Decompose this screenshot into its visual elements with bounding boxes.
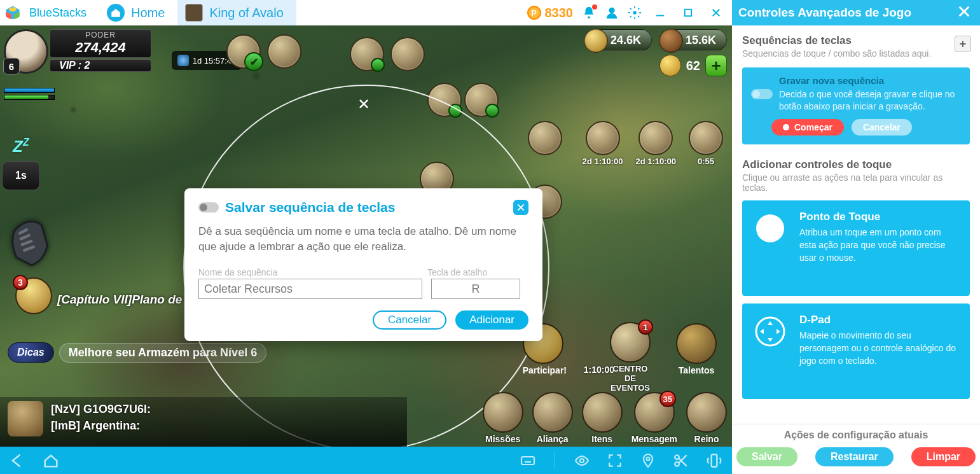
recording-close-icon[interactable]: ✕: [357, 95, 370, 113]
android-back-icon[interactable]: [8, 450, 28, 471]
gold-amount: 62: [686, 59, 700, 73]
event-icon-1[interactable]: [350, 37, 384, 71]
location-icon[interactable]: [638, 450, 658, 471]
talentos-button[interactable]: Talentos: [676, 323, 717, 375]
edict-circle-1[interactable]: [586, 121, 620, 155]
account-icon[interactable]: [605, 6, 619, 20]
dock-missoes[interactable]: Missões: [483, 392, 523, 444]
panel-header: Controles Avançados de Jogo: [732, 0, 980, 25]
edict-t2: 2d 1:10:00: [635, 157, 676, 166]
edict-timers: 2d 1:10:00 2d 1:10:00 0:55: [583, 121, 723, 166]
mensagem-badge: 35: [659, 391, 676, 407]
tab-active-game[interactable]: King of Avalo: [177, 0, 296, 25]
chat-scroll-icon: [8, 401, 43, 436]
footer-clear-button[interactable]: Limpar: [911, 447, 976, 466]
add-gold-button[interactable]: +: [705, 55, 727, 76]
resource-wood[interactable]: 15.6K: [659, 29, 727, 51]
shield-time: 1d 15:57:49: [193, 56, 237, 66]
modal-cancel-button[interactable]: Cancelar: [373, 310, 446, 330]
add-sequence-button[interactable]: +: [955, 36, 971, 52]
participar-icon: [523, 323, 563, 364]
hint-bar[interactable]: Dicas Melhore seu Armazém para Nível 6: [8, 342, 266, 363]
visibility-icon[interactable]: [572, 450, 592, 471]
gold-icon: [659, 55, 681, 76]
dpad-card[interactable]: D-Pad Mapeie o movimento do seu personag…: [742, 303, 970, 399]
svg-point-1: [609, 8, 614, 13]
window-close-button[interactable]: [707, 3, 726, 22]
event-icon-3[interactable]: [427, 83, 462, 117]
timer-circle-icon[interactable]: [267, 34, 301, 69]
record-cancel-button[interactable]: Cancelar: [852, 119, 912, 136]
shortcut-key-input[interactable]: [431, 279, 520, 299]
bluestacks-logo-icon: [0, 0, 25, 25]
footer-title: Ações de configuração atuais: [741, 429, 971, 441]
keyboard-toggle-icon[interactable]: [518, 450, 538, 471]
food-amount: 24.6K: [611, 34, 641, 47]
notifications-icon[interactable]: [582, 6, 596, 20]
centro-eventos[interactable]: 1 CENTRO DE EVENTOS: [592, 322, 668, 393]
chapter-trophy-icon[interactable]: 3: [15, 277, 52, 314]
record-start-button[interactable]: Começar: [771, 119, 844, 136]
event-icon-4[interactable]: [464, 83, 499, 117]
dock-alianca[interactable]: Aliança: [532, 392, 573, 444]
gold-row: 62 +: [659, 55, 727, 76]
record-card-desc: Decida o que você deseja gravar e clique…: [779, 88, 961, 113]
skill-cooldown-badge[interactable]: 1s: [2, 161, 40, 190]
window-minimize-button[interactable]: [651, 3, 670, 22]
sequence-name-input[interactable]: [198, 279, 422, 299]
window-maximize-button[interactable]: [679, 3, 698, 22]
participar-button[interactable]: Participar!: [523, 323, 567, 375]
svg-point-16: [647, 457, 650, 460]
record-card-title: Gravar nova sequência: [779, 75, 961, 86]
coin-balance[interactable]: P 8330: [527, 6, 574, 20]
panel-close-button[interactable]: [957, 4, 974, 21]
svg-rect-9: [521, 457, 534, 464]
gauntlet-icon[interactable]: [4, 213, 61, 270]
footer-restore-button[interactable]: Restaurar: [815, 447, 894, 466]
settings-icon[interactable]: [628, 6, 642, 20]
modal-close-button[interactable]: [513, 200, 528, 215]
tab-home[interactable]: Home: [99, 0, 177, 25]
dock-itens[interactable]: Itens: [582, 392, 623, 444]
fullscreen-icon[interactable]: [605, 450, 625, 471]
svg-point-15: [580, 459, 584, 463]
hint-pill: Dicas: [8, 342, 54, 363]
touch-point-card[interactable]: Ponto de Toque Atribua um toque em um po…: [742, 200, 970, 296]
event-icon-5[interactable]: [420, 162, 454, 196]
chat-line-1: [NzV] G1O9G7U6I:: [51, 401, 151, 417]
centro-icon: 1: [610, 322, 651, 363]
game-viewport[interactable]: 6 PODER 274,424 VIP : 2 1d 15:57:49 24.6…: [0, 25, 732, 447]
shake-icon[interactable]: [704, 450, 724, 471]
player-panel: 6 PODER 274,424 VIP : 2: [4, 29, 151, 74]
power-label: PODER: [66, 31, 135, 39]
trophy-badge: 3: [13, 275, 28, 290]
edict-circle-2[interactable]: [638, 121, 673, 155]
resource-food[interactable]: 24.6K: [584, 29, 652, 51]
chat-line-2: [lmB] Argentina:: [51, 417, 151, 434]
player-avatar[interactable]: 6: [4, 29, 48, 74]
touch-controls-title: Adicionar controles de toque: [742, 158, 970, 171]
android-home-icon[interactable]: [41, 450, 61, 471]
chapter-label[interactable]: [Capítulo VII]Plano de: [57, 293, 182, 307]
power-box[interactable]: PODER 274,424: [50, 29, 151, 58]
dock-reino[interactable]: Reino: [686, 392, 727, 444]
edict-circle-3[interactable]: [689, 121, 723, 155]
chat-strip[interactable]: [NzV] G1O9G7U6I: [lmB] Argentina:: [0, 397, 407, 447]
dock-mensagem[interactable]: 35Mensagem: [631, 392, 677, 444]
modal-add-button[interactable]: Adicionar: [455, 310, 528, 330]
modal-toggle-icon: [198, 202, 219, 213]
edict-t1: 2d 1:10:00: [583, 157, 623, 166]
scissors-icon[interactable]: [671, 450, 691, 471]
event-icon-2[interactable]: [390, 37, 425, 71]
shield-timer[interactable]: 1d 15:57:49: [172, 51, 242, 70]
game-app-icon: [185, 4, 203, 22]
record-toggle[interactable]: [751, 89, 773, 99]
hint-text: Melhore seu Armazém para Nível 6: [59, 343, 266, 363]
quest-chest-icon[interactable]: [226, 34, 261, 69]
home-icon: [107, 4, 125, 22]
edict-icon-1[interactable]: [528, 121, 562, 155]
vip-box[interactable]: VIP : 2: [50, 59, 151, 72]
event-icon-6[interactable]: [528, 185, 562, 219]
footer-save-button[interactable]: Salvar: [736, 447, 797, 466]
resource-row: 24.6K 15.6K: [577, 29, 727, 51]
